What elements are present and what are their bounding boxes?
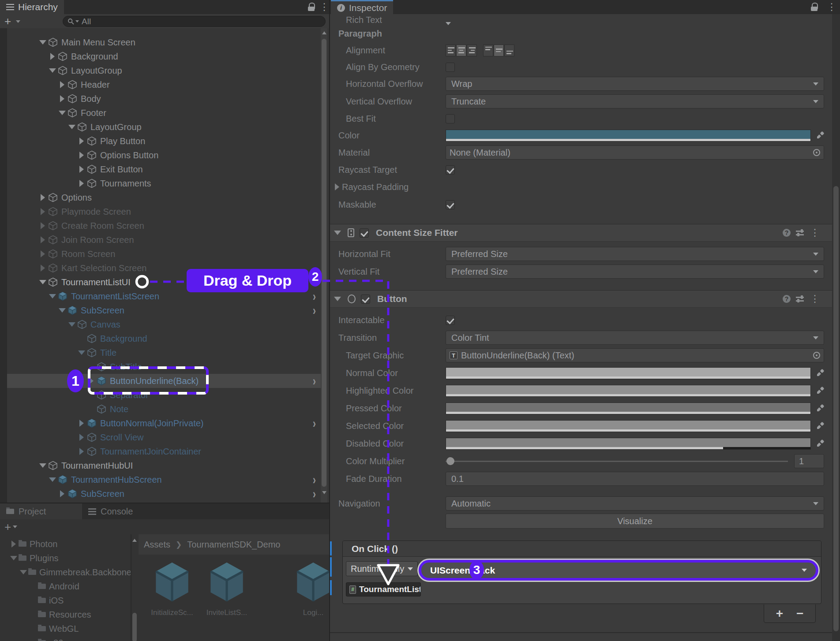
prefab-open-chevron-icon[interactable]: › <box>313 473 316 488</box>
hierarchy-item-subtitle[interactable]: SubTitle <box>7 360 327 374</box>
hierarchy-item-header[interactable]: Header <box>7 78 327 92</box>
hierarchy-item-note[interactable]: Note <box>7 402 327 416</box>
tab-hierarchy[interactable]: Hierarchy <box>0 0 64 14</box>
project-folder-x86[interactable]: x86 <box>0 636 131 641</box>
align-left-button[interactable] <box>446 45 456 56</box>
foldout-collapsed-icon[interactable] <box>38 250 48 257</box>
content-size-fitter-header[interactable]: Content Size Fitter ? ⋮ <box>330 224 832 242</box>
foldout-collapsed-icon[interactable] <box>57 95 67 102</box>
inspector-scrollbar[interactable] <box>832 14 840 641</box>
foldout-collapsed-icon[interactable] <box>77 448 86 455</box>
foldout-collapsed-icon[interactable] <box>77 180 86 187</box>
hierarchy-item-title[interactable]: Title <box>7 346 327 360</box>
foldout-expanded-icon[interactable] <box>67 322 77 327</box>
material-field[interactable]: None (Material) <box>446 145 824 160</box>
foldout-collapsed-icon[interactable] <box>38 208 48 215</box>
foldout-collapsed-icon[interactable] <box>77 166 86 173</box>
text-color-swatch[interactable] <box>446 130 811 142</box>
project-folder-gimmebreak-backbone[interactable]: Gimmebreak.Backbone <box>0 565 131 579</box>
add-asset-dropdown-icon[interactable] <box>13 525 17 528</box>
align-by-geometry-checkbox[interactable] <box>446 63 455 72</box>
best-fit-checkbox[interactable] <box>446 114 455 123</box>
foldout-collapsed-icon[interactable] <box>77 138 86 145</box>
raycast-padding-label[interactable]: Raycast Padding <box>342 182 446 192</box>
rich-text-dropdown-icon[interactable] <box>446 22 451 25</box>
interactable-checkbox[interactable] <box>446 316 455 325</box>
project-scrollbar-thumb[interactable] <box>132 613 137 641</box>
foldout-collapsed-icon[interactable] <box>57 490 67 497</box>
help-icon[interactable]: ? <box>783 295 791 303</box>
hierarchy-item-play-button[interactable]: Play Button <box>7 134 327 148</box>
hierarchy-item-canvas[interactable]: Canvas <box>7 317 327 332</box>
hierarchy-scrollbar[interactable] <box>321 28 327 503</box>
event-mode-dropdown[interactable]: Runtime Only <box>346 561 418 576</box>
foldout-expanded-icon[interactable] <box>48 68 57 73</box>
scroll-up-icon[interactable] <box>322 31 326 34</box>
project-scroll-up-icon[interactable] <box>132 539 137 542</box>
hierarchy-item-buttonnormal-joinprivate[interactable]: ButtonNormal(JoinPrivate)› <box>7 416 327 430</box>
more-menu-icon[interactable]: ⋮ <box>319 2 329 12</box>
fade-duration-field[interactable]: 0.1 <box>446 472 824 486</box>
breadcrumb-current[interactable]: TournamentSDK_Demo <box>187 540 280 550</box>
prefab-open-chevron-icon[interactable]: › <box>313 289 316 304</box>
tab-console[interactable]: Console <box>82 503 160 519</box>
eyedropper-icon[interactable] <box>816 369 824 377</box>
slider-knob[interactable] <box>446 457 454 465</box>
eyedropper-icon[interactable] <box>816 131 824 139</box>
project-folder-photon[interactable]: Photon <box>0 537 131 551</box>
hierarchy-item-options-button[interactable]: Options Button <box>7 148 327 162</box>
project-folder-plugins[interactable]: Plugins <box>0 551 131 565</box>
visualize-button[interactable]: Visualize <box>446 514 824 529</box>
inspector-scrollbar-thumb[interactable] <box>833 186 839 631</box>
asset-item-invitelists[interactable]: InviteListS... <box>200 561 253 617</box>
align-bottom-button[interactable] <box>504 45 514 56</box>
foldout-expanded-icon[interactable] <box>38 280 48 284</box>
align-right-button[interactable] <box>467 45 477 56</box>
eyedropper-icon[interactable] <box>816 440 824 447</box>
foldout-collapsed-icon[interactable] <box>38 265 48 272</box>
foldout-collapsed-icon[interactable] <box>48 53 57 60</box>
foldout-expanded-icon[interactable] <box>48 294 57 298</box>
button-enabled-checkbox[interactable] <box>361 294 370 304</box>
pressed-color-swatch[interactable] <box>446 402 811 414</box>
hierarchy-item-buttonunderline-back[interactable]: ButtonUnderline(Back)› <box>7 374 327 388</box>
foldout-expanded-icon[interactable] <box>38 463 48 468</box>
hierarchy-item-tournamenthubui[interactable]: TournamentHubUI <box>7 458 327 473</box>
foldout-collapsed-icon[interactable] <box>77 420 86 427</box>
object-picker-icon[interactable] <box>813 149 820 156</box>
add-object-dropdown-icon[interactable] <box>16 20 20 23</box>
tab-project[interactable]: Project <box>0 503 82 519</box>
hierarchy-item-footer[interactable]: Footer <box>7 106 327 120</box>
foldout-expanded-icon[interactable] <box>19 570 28 574</box>
add-event-button[interactable]: + <box>776 607 783 620</box>
normal-color-swatch[interactable] <box>446 367 811 379</box>
scroll-down-icon[interactable] <box>322 491 326 494</box>
horizontal-overflow-dropdown[interactable]: Wrap <box>446 77 824 91</box>
add-object-button[interactable]: + <box>4 15 11 27</box>
project-folder-ios[interactable]: iOS <box>0 593 131 607</box>
hierarchy-item-main-menu-screen[interactable]: Main Menu Screen <box>7 35 327 49</box>
foldout-collapsed-icon[interactable] <box>57 81 67 88</box>
hierarchy-item-subscreen[interactable]: SubScreen› <box>7 487 327 501</box>
prefab-open-chevron-icon[interactable]: › <box>313 416 316 431</box>
vertical-fit-dropdown[interactable]: Preferred Size <box>446 265 824 279</box>
foldout-expanded-icon[interactable] <box>57 308 67 313</box>
hierarchy-item-exit-button[interactable]: Exit Button <box>7 162 327 176</box>
vertical-overflow-dropdown[interactable]: Truncate <box>446 94 824 108</box>
hierarchy-item-playmode-screen[interactable]: Playmode Screen <box>7 205 327 219</box>
hierarchy-item-separator[interactable]: Separator <box>7 388 327 402</box>
raycast-target-checkbox[interactable] <box>446 165 455 175</box>
hierarchy-item-options[interactable]: Options <box>7 190 327 205</box>
hierarchy-item-background[interactable]: Background <box>7 332 327 346</box>
eyedropper-icon[interactable] <box>816 422 824 430</box>
horizontal-fit-dropdown[interactable]: Preferred Size <box>446 247 824 261</box>
presets-icon[interactable] <box>796 295 805 302</box>
disabled-color-swatch[interactable] <box>446 438 811 450</box>
help-icon[interactable]: ? <box>783 229 791 237</box>
project-folder-webgl[interactable]: WebGL <box>0 622 131 636</box>
foldout-expanded-icon[interactable] <box>57 111 67 115</box>
transition-dropdown[interactable]: Color Tint <box>446 331 824 345</box>
button-component-header[interactable]: Button ? ⋮ <box>330 290 832 308</box>
eyedropper-icon[interactable] <box>816 404 824 412</box>
foldout-collapsed-icon[interactable] <box>86 377 96 384</box>
